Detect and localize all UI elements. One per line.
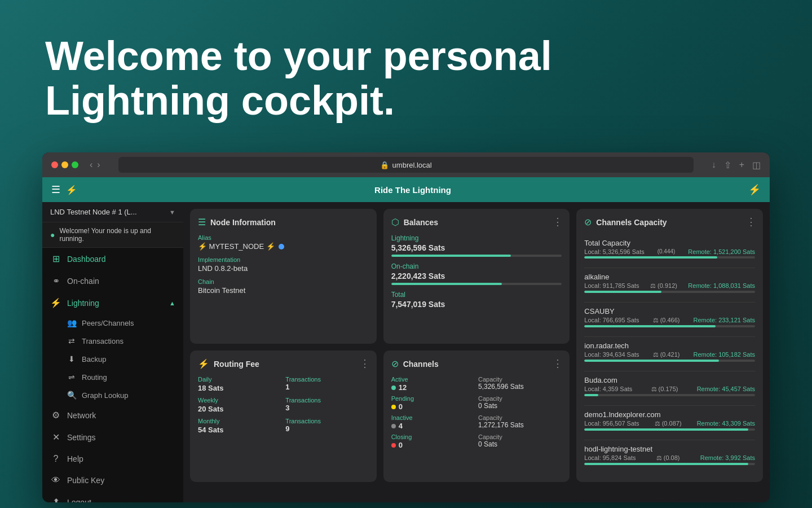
- routing-daily-tx-label: Transactions: [285, 376, 368, 383]
- sidebar-item-transactions[interactable]: ⇄ Transactions: [42, 332, 183, 350]
- onchain-balance-bar-container: [391, 283, 562, 285]
- channel-balance-csauby: Local: 766,695 Sats ⚖ (0.466) Remote: 23…: [584, 317, 755, 324]
- sidebar-item-help[interactable]: ? Help: [42, 448, 183, 470]
- channels-menu-icon[interactable]: ⋮: [553, 357, 563, 370]
- sidebar-item-backup[interactable]: ⬇ Backup: [42, 350, 183, 368]
- channel-row-buda: Buda.com Local: 4,359 Sats ⚖ (0.175) Rem…: [584, 371, 755, 406]
- help-icon: ?: [50, 454, 61, 464]
- node-selector-arrow-icon: ▼: [169, 209, 175, 216]
- traffic-light-yellow[interactable]: [61, 161, 68, 168]
- channels-capacity-menu-icon[interactable]: ⋮: [746, 216, 756, 228]
- routing-weekly-tx-label: Transactions: [285, 397, 368, 404]
- ch-bar-fill-csauby: [584, 325, 716, 327]
- node-info-title: Node Information: [210, 218, 276, 227]
- ch-local-buda: Local: 4,359 Sats: [584, 386, 632, 393]
- routing-fee-header: ⚡ Routing Fee: [198, 358, 369, 369]
- ch-local-csauby: Local: 766,695 Sats: [584, 317, 639, 324]
- routing-monthly-label: Monthly: [198, 418, 281, 424]
- backup-icon: ⬇: [67, 354, 76, 364]
- ch-pending-status: 0: [391, 402, 475, 411]
- ch-remote-buda: Remote: 45,457 Sats: [697, 386, 755, 393]
- ch-scale-hodl: ⚖ (0.08): [656, 454, 680, 462]
- routing-daily-group: Daily 18 Sats: [198, 376, 281, 392]
- sidebar-label-dashboard: Dashboard: [67, 255, 106, 264]
- sidebar-label-transactions: Transactions: [82, 337, 123, 345]
- ch-pending-label: Pending: [391, 395, 475, 402]
- ch-scale-csauby: ⚖ (0.466): [653, 317, 680, 324]
- sidebar-item-public-key[interactable]: 👁 Public Key: [42, 470, 183, 491]
- total-capacity-name: Total Capacity: [584, 239, 755, 247]
- ch-active-cap-value: 5,326,596 Sats: [478, 383, 562, 391]
- ch-bar-fill-alkaline: [584, 291, 661, 293]
- traffic-light-red[interactable]: [51, 161, 58, 168]
- channel-balance-buda: Local: 4,359 Sats ⚖ (0.175) Remote: 45,4…: [584, 386, 755, 393]
- routing-grid: Daily 18 Sats Transactions 1 Weekly 20 S…: [198, 376, 369, 434]
- onchain-balance-label: On-chain: [391, 262, 562, 270]
- ch-inactive-status: 4: [391, 422, 475, 430]
- node-implementation-value: LND 0.8.2-beta: [198, 264, 369, 273]
- balances-menu-icon[interactable]: ⋮: [553, 216, 563, 228]
- channels-inactive-group: Inactive 4: [391, 414, 475, 430]
- share-icon[interactable]: ⇧: [724, 160, 731, 170]
- peers-channels-icon: 👥: [67, 318, 76, 327]
- nav-back-button[interactable]: ‹: [90, 160, 92, 170]
- sidebar-item-dashboard[interactable]: ⊞ Dashboard: [42, 248, 183, 270]
- sidebar-item-network[interactable]: ⚙ Network: [42, 404, 183, 426]
- lightning-balance-label: Lightning: [391, 234, 562, 242]
- sidebar-item-routing[interactable]: ⇌ Routing: [42, 368, 183, 386]
- node-selector-text: LND Testnet Node # 1 (L...: [50, 208, 137, 216]
- onchain-balance-value: 2,220,423 Sats: [391, 271, 562, 281]
- routing-fee-menu-icon[interactable]: ⋮: [360, 357, 370, 370]
- address-bar[interactable]: 🔒 umbrel.local: [118, 157, 694, 173]
- ch-bar-fill-demo1: [584, 428, 748, 431]
- transactions-icon: ⇄: [67, 336, 76, 345]
- routing-fee-title: Routing Fee: [214, 360, 259, 369]
- routing-monthly-value: 54 Sats: [198, 426, 281, 434]
- ch-scale-buda: ⚖ (0.175): [651, 386, 678, 393]
- balances-icon: ⬡: [391, 217, 399, 227]
- total-balance-label: Total: [391, 291, 562, 299]
- routing-weekly-group: Weekly 20 Sats: [198, 397, 281, 413]
- channels-pending-group: Pending 0: [391, 395, 475, 411]
- new-tab-icon[interactable]: +: [739, 160, 744, 170]
- sidebar-label-graph: Graph Lookup: [82, 391, 128, 400]
- rtl-node-icon[interactable]: ⚡: [66, 185, 77, 195]
- sidebar-item-logout[interactable]: ⬆ Logout: [42, 491, 183, 502]
- sidebar-item-onchain[interactable]: ⚭ On-chain: [42, 270, 183, 292]
- routing-monthly-tx-value: 9: [285, 424, 368, 433]
- sidebar-label-routing: Routing: [82, 373, 107, 382]
- node-alias-value: ⚡ MYTEST_NODE ⚡: [198, 242, 369, 251]
- ch-active-value: 12: [399, 383, 407, 392]
- sidebar-item-settings[interactable]: ✕ Settings: [42, 426, 183, 448]
- node-alias-dot: [279, 244, 284, 249]
- ch-bar-bg-hodl: [584, 463, 755, 465]
- node-selector[interactable]: LND Testnet Node # 1 (L... ▼: [42, 202, 183, 222]
- total-capacity-bar-bg: [584, 256, 755, 259]
- nav-forward-button[interactable]: ›: [97, 160, 100, 170]
- ch-closing-label: Closing: [391, 433, 475, 440]
- tabs-icon[interactable]: ◫: [752, 160, 761, 170]
- traffic-light-green[interactable]: [72, 161, 78, 168]
- channel-name-alkaline: alkaline: [584, 273, 755, 281]
- channel-row-demo1: demo1.lndexplorer.com Local: 956,507 Sat…: [584, 406, 755, 440]
- notification-bar: ● Welcome! Your node is up and running.: [42, 222, 183, 248]
- browser-action-buttons: ↓ ⇧ + ◫: [712, 160, 761, 170]
- channels-title: Channels: [403, 360, 439, 369]
- channel-row-hodl: hodl-lightning-testnet Local: 95,824 Sat…: [584, 440, 755, 474]
- sidebar-label-public-key: Public Key: [67, 476, 104, 485]
- sidebar-item-peers-channels[interactable]: 👥 Peers/Channels: [42, 314, 183, 332]
- channels-capacity-header: ⊘ Channels Capacity: [584, 217, 755, 227]
- rtl-logo-icon: ⚡: [748, 183, 761, 196]
- sidebar-item-lightning[interactable]: ⚡ Lightning ▲: [42, 292, 183, 314]
- sidebar: LND Testnet Node # 1 (L... ▼ ● Welcome! …: [42, 202, 183, 502]
- settings-icon: ✕: [50, 432, 61, 443]
- sidebar-item-graph-lookup[interactable]: 🔍 Graph Lookup: [42, 386, 183, 404]
- balances-header: ⬡ Balances: [391, 217, 562, 227]
- channels-capacity-title: Channels Capacity: [596, 218, 667, 227]
- notification-dot-icon: ●: [50, 230, 55, 239]
- channel-row-alkaline: alkaline Local: 911,785 Sats ⚖ (0.912) R…: [584, 268, 755, 303]
- hamburger-button[interactable]: ☰: [51, 183, 60, 196]
- node-alias-text: ⚡ MYTEST_NODE ⚡: [198, 242, 275, 251]
- download-icon[interactable]: ↓: [712, 160, 716, 170]
- routing-daily-tx-group: Transactions 1: [285, 376, 368, 392]
